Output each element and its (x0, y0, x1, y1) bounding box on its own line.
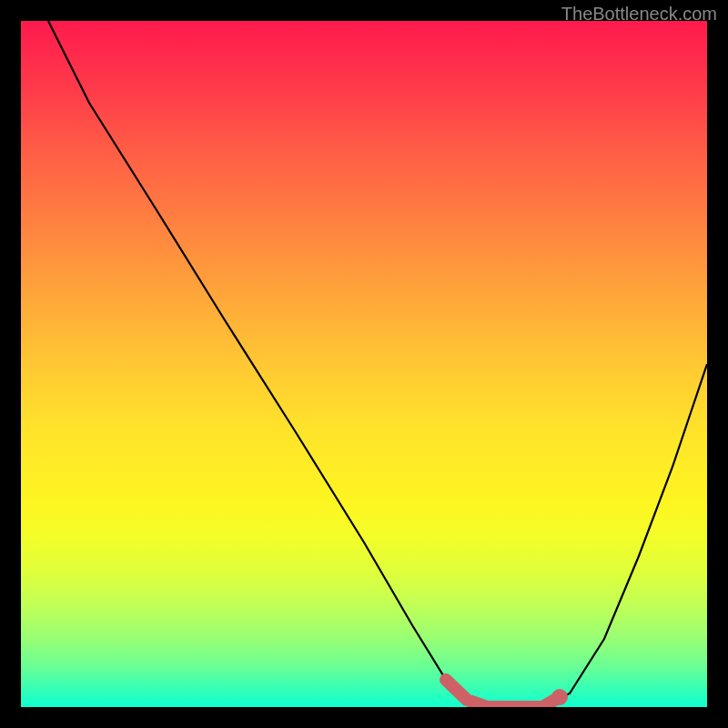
chart-canvas (21, 21, 707, 707)
bottleneck-curve (48, 21, 707, 707)
watermark-text: TheBottleneck.com (561, 4, 717, 25)
